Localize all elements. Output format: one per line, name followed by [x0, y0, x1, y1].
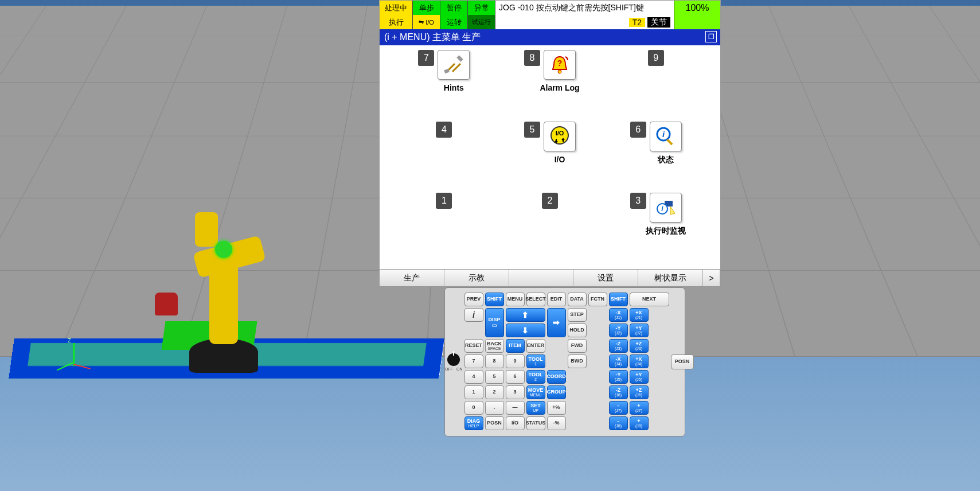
key-setup[interactable]: SETUP [526, 401, 545, 415]
key-minus-z-j6[interactable]: -Z(J6) [609, 385, 628, 399]
key-io[interactable]: I/O [506, 416, 525, 430]
key-bwd[interactable]: BWD [568, 354, 587, 368]
key-dot[interactable]: . [485, 401, 504, 415]
key-minus-j7[interactable]: -(J7) [609, 401, 628, 415]
key-plus-x-j4[interactable]: +X(J4) [630, 354, 649, 368]
key-pct-minus[interactable]: -% [547, 416, 566, 430]
key-edit[interactable]: EDIT [547, 293, 566, 306]
menu-runtime-monitor[interactable]: 3 i 执行时监视 [603, 193, 709, 264]
speed-pct[interactable]: 100% [674, 1, 720, 15]
numkey-2: 2 [542, 193, 558, 209]
status-test: 试运行 [468, 15, 495, 29]
mode-dial[interactable] [447, 353, 460, 366]
key-arrow-right[interactable]: ➡ [547, 308, 566, 337]
key-num-1[interactable]: 1 [464, 385, 483, 399]
io-icon: I/O [544, 122, 576, 151]
key-fctn[interactable]: FCTN [588, 293, 607, 306]
key-reset[interactable]: RESET [464, 339, 483, 353]
softkey-3[interactable] [509, 270, 574, 286]
svg-point-2 [558, 70, 561, 73]
dial-off-label: OFF [445, 367, 453, 371]
key-shift-left[interactable]: SHIFT [485, 293, 504, 306]
menu-alarm-label: Alarm Log [540, 83, 579, 92]
menu-io[interactable]: 5 I/O I/O [497, 122, 603, 193]
key-num-4[interactable]: 4 [464, 370, 483, 384]
key-minus-x-j1[interactable]: -X(J1) [609, 308, 628, 322]
key-status[interactable]: STATUS [526, 416, 545, 430]
numkey-6: 6 [630, 122, 646, 138]
key-num-5[interactable]: 5 [485, 370, 504, 384]
key-hold[interactable]: HOLD [568, 324, 587, 337]
key-plus-j8[interactable]: +(J8) [630, 416, 649, 430]
status-abnormal: 异常 [468, 1, 495, 15]
menu-io-label: I/O [555, 155, 565, 164]
key-movemenu[interactable]: MOVEMENU [526, 385, 545, 399]
numkey-5: 5 [524, 122, 540, 138]
menu-slot-2[interactable]: 2 [497, 193, 603, 264]
key-arrow-down[interactable]: ⬇ [506, 324, 545, 337]
key-group[interactable]: GROUP [547, 385, 566, 399]
status-mode-cell: T2 关节 [495, 15, 674, 29]
key-posn[interactable]: POSN [485, 416, 504, 430]
numkey-9: 9 [648, 50, 664, 66]
menu-hints-label: Hints [444, 83, 464, 92]
menu-slot-9[interactable]: 9 [603, 50, 709, 122]
key-backspace[interactable]: BACKSPACE [485, 339, 504, 353]
key-plus-y-j2[interactable]: +Y(J2) [630, 324, 649, 337]
key-arrow-up[interactable]: ⬆ [506, 308, 545, 322]
key-select[interactable]: SELECT [526, 293, 545, 306]
key-plus-x-j1[interactable]: +X(J1) [630, 308, 649, 322]
svg-text:I/O: I/O [556, 130, 564, 137]
key-plus-z-j3[interactable]: +Z(J3) [630, 339, 649, 353]
key-num-2[interactable]: 2 [485, 385, 504, 399]
key-menu[interactable]: MENU [506, 293, 525, 306]
alarm-icon: ? [544, 50, 576, 80]
softkey-tree[interactable]: 树状显示 [638, 270, 703, 286]
key-posn-side[interactable]: POSN [671, 354, 694, 369]
key-info[interactable]: i [464, 308, 483, 322]
key-pct-plus[interactable]: +% [547, 401, 566, 415]
key-data[interactable]: DATA [568, 293, 587, 306]
key-tool2[interactable]: TOOL2 [526, 370, 545, 384]
key-coord[interactable]: COORD [547, 370, 566, 384]
menu-status-label: 状态 [658, 155, 674, 165]
numkey-3: 3 [630, 193, 646, 209]
key-minus-x-j4[interactable]: -X(J4) [609, 354, 628, 368]
key-plus-y-j5[interactable]: +Y(J5) [630, 370, 649, 384]
softkey-more[interactable]: > [703, 270, 720, 286]
jog-mode: 关节 [647, 17, 670, 28]
key-dash[interactable]: — [506, 401, 525, 415]
menu-alarm-log[interactable]: 8 ? Alarm Log [497, 50, 603, 122]
key-step[interactable]: STEP [568, 308, 587, 322]
softkey-setup[interactable]: 设置 [573, 270, 638, 286]
menu-status[interactable]: 6 i 状态 [603, 122, 709, 193]
key-num-0[interactable]: 0 [464, 401, 483, 415]
key-plus-z-j6[interactable]: +Z(J6) [630, 385, 649, 399]
key-fwd[interactable]: FWD [568, 339, 587, 353]
monitor-icon: i [650, 193, 682, 223]
key-item[interactable]: ITEM [506, 339, 525, 353]
key-minus-j8[interactable]: -(J8) [609, 416, 628, 430]
key-disp[interactable]: DISP▭ [485, 308, 504, 337]
mode-badge: T2 [629, 18, 645, 27]
key-tool1[interactable]: TOOL1 [526, 354, 545, 368]
key-num-8[interactable]: 8 [485, 354, 504, 368]
key-num-3[interactable]: 3 [506, 385, 525, 399]
key-shift-right[interactable]: SHIFT [609, 293, 628, 306]
key-prev[interactable]: PREV [464, 293, 483, 306]
key-enter[interactable]: ENTER [526, 339, 545, 353]
key-minus-y-j5[interactable]: -Y(J5) [609, 370, 628, 384]
softkey-teach[interactable]: 示教 [444, 270, 509, 286]
key-next[interactable]: NEXT [630, 293, 669, 306]
key-plus-j7[interactable]: +(J7) [630, 401, 649, 415]
window-dup-icon[interactable]: ❐ [705, 31, 717, 42]
key-minus-y-j2[interactable]: -Y(J2) [609, 324, 628, 337]
svg-rect-0 [457, 55, 463, 61]
robot-model[interactable] [161, 189, 287, 373]
key-num-7[interactable]: 7 [464, 354, 483, 368]
key-diag[interactable]: DIAGHELP [464, 416, 483, 430]
svg-rect-8 [666, 139, 673, 145]
key-num-6[interactable]: 6 [506, 370, 525, 384]
key-minus-z-j3[interactable]: -Z(J3) [609, 339, 628, 353]
key-num-9[interactable]: 9 [506, 354, 525, 368]
